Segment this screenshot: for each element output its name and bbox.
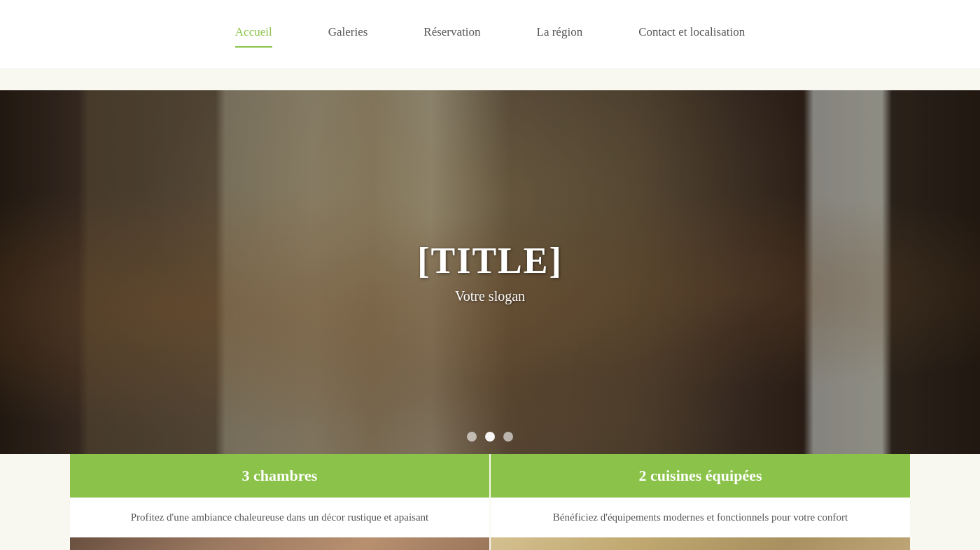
feature-desc-cuisines: Bénéficiez d'équipements modernes et fon… xyxy=(491,498,910,537)
feature-image-chambres xyxy=(70,537,489,550)
hero-slogan: Votre slogan xyxy=(417,288,563,304)
hero-section: [TITLE] Votre slogan xyxy=(0,90,980,454)
feature-bar-cuisines: 2 cuisines équipées xyxy=(491,454,910,498)
nav-item-reservation[interactable]: Réservation xyxy=(424,25,480,43)
features-image-row xyxy=(70,537,910,550)
carousel-dot-2[interactable] xyxy=(485,432,495,442)
nav-item-accueil[interactable]: Accueil xyxy=(235,25,272,43)
hero-title: [TITLE] xyxy=(417,240,563,281)
main-nav: Accueil Galeries Réservation La région C… xyxy=(0,0,980,69)
hero-text-container: [TITLE] Votre slogan xyxy=(417,240,563,304)
nav-item-contact[interactable]: Contact et localisation xyxy=(638,25,745,43)
features-desc-row: Profitez d'une ambiance chaleureuse dans… xyxy=(70,498,910,537)
features-bar-row: 3 chambres 2 cuisines équipées xyxy=(70,454,910,498)
feature-desc-chambres: Profitez d'une ambiance chaleureuse dans… xyxy=(70,498,489,537)
nav-item-region[interactable]: La région xyxy=(537,25,583,43)
nav-item-galeries[interactable]: Galeries xyxy=(328,25,368,43)
carousel-dot-1[interactable] xyxy=(467,432,477,442)
hero-carousel-dots xyxy=(467,432,513,442)
carousel-dot-3[interactable] xyxy=(503,432,513,442)
feature-image-cuisines xyxy=(491,537,910,550)
feature-bar-chambres: 3 chambres xyxy=(70,454,489,498)
